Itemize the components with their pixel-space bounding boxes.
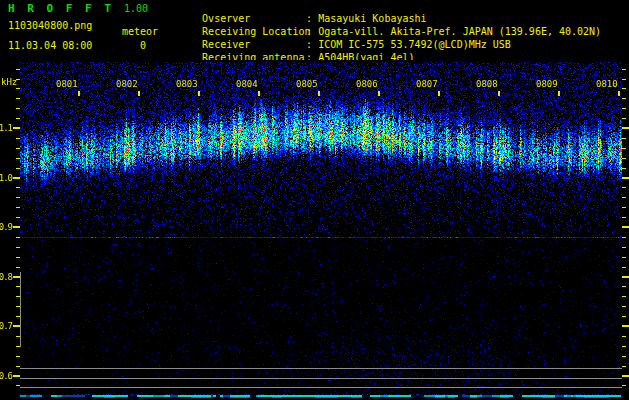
axis-layer: kHz1.11.00.90.80.70.60801080208030804080… [0,0,629,400]
time-tick [318,91,320,96]
time-label: 0805 [296,79,318,89]
y-minor-tick-right [622,257,626,258]
y-minor-tick-right [622,79,626,80]
y-minor-tick-right [622,138,626,139]
y-minor-tick-left [16,316,20,317]
time-label: 0801 [56,79,78,89]
y-minor-tick-right [622,197,626,198]
y-axis-unit-label: kHz [1,77,17,87]
y-minor-tick-right [622,207,626,208]
y-minor-tick-left [16,217,20,218]
y-minor-tick-left [16,158,20,159]
y-minor-tick-right [622,366,626,367]
y-minor-tick-right [622,148,626,149]
y-minor-tick-right [622,217,626,218]
time-label: 0810 [596,79,618,89]
y-minor-tick-left [16,138,20,139]
y-minor-tick-left [16,207,20,208]
y-minor-tick-left [16,79,20,80]
y-minor-tick-left [16,296,20,297]
y-major-tick-left [13,177,20,179]
y-minor-tick-left [16,257,20,258]
y-minor-tick-right [622,247,626,248]
y-minor-tick-right [622,296,626,297]
time-tick [138,91,140,96]
y-minor-tick-left [16,385,20,386]
time-label: 0804 [236,79,258,89]
y-major-tick-left [13,325,20,327]
y-minor-tick-left [16,108,20,109]
y-minor-tick-right [622,385,626,386]
y-major-tick-right [622,276,629,278]
y-minor-tick-left [16,98,20,99]
time-label: 0806 [356,79,378,89]
y-minor-tick-right [622,158,626,159]
y-major-tick-left [13,226,20,228]
y-minor-tick-right [622,98,626,99]
y-minor-tick-left [16,187,20,188]
y-minor-tick-left [16,197,20,198]
y-axis-tick-label: 0.9 [0,222,12,232]
y-major-tick-left [13,127,20,129]
y-minor-tick-right [622,88,626,89]
time-label: 0808 [476,79,498,89]
time-tick [198,91,200,96]
y-minor-tick-left [16,118,20,119]
y-axis-tick-label: 1.1 [0,123,12,133]
y-minor-tick-left [16,356,20,357]
y-minor-tick-right [622,69,626,70]
y-major-tick-right [622,325,629,327]
y-minor-tick-left [16,148,20,149]
time-tick [438,91,440,96]
y-minor-tick-right [622,118,626,119]
y-axis-tick-label: 0.8 [0,272,12,282]
y-minor-tick-right [622,286,626,287]
time-label: 0802 [116,79,138,89]
y-minor-tick-left [16,336,20,337]
y-minor-tick-left [16,346,20,347]
y-minor-tick-right [622,168,626,169]
y-minor-tick-left [16,237,20,238]
y-minor-tick-right [622,306,626,307]
y-minor-tick-left [16,267,20,268]
y-minor-tick-right [622,336,626,337]
y-minor-tick-right [622,108,626,109]
y-minor-tick-right [622,267,626,268]
y-minor-tick-left [16,286,20,287]
y-axis-tick-label: 0.7 [0,321,12,331]
time-tick [498,91,500,96]
y-minor-tick-left [16,366,20,367]
y-minor-tick-right [622,356,626,357]
time-label: 0809 [536,79,558,89]
time-label: 0807 [416,79,438,89]
time-tick [378,91,380,96]
time-tick [618,91,620,96]
y-major-tick-right [622,177,629,179]
hrofft-screen: H R O F F T 1.00 1103040800.png meteor 1… [0,0,629,400]
y-minor-tick-left [16,88,20,89]
y-minor-tick-left [16,247,20,248]
y-minor-tick-right [622,187,626,188]
y-major-tick-right [622,226,629,228]
y-major-tick-right [622,127,629,129]
y-axis-tick-label: 0.6 [0,371,12,381]
y-major-tick-left [13,276,20,278]
time-tick [258,91,260,96]
time-label: 0803 [176,79,198,89]
time-tick [558,91,560,96]
y-minor-tick-left [16,168,20,169]
y-axis-tick-label: 1.0 [0,173,12,183]
y-minor-tick-right [622,316,626,317]
y-minor-tick-left [16,306,20,307]
y-major-tick-left [13,375,20,377]
y-minor-tick-right [622,346,626,347]
y-minor-tick-left [16,69,20,70]
y-major-tick-right [622,375,629,377]
y-minor-tick-right [622,237,626,238]
time-tick [78,91,80,96]
